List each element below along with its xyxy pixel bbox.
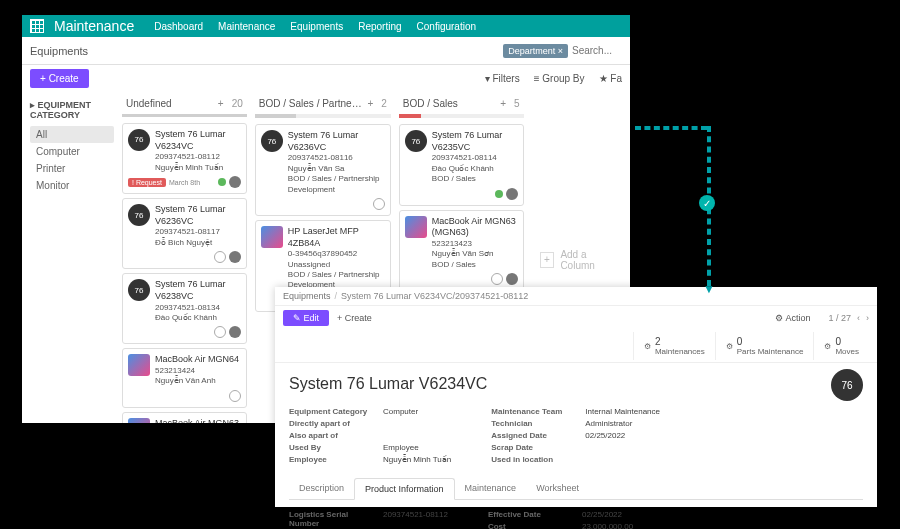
kanban-card[interactable]: MacBook Air MGN64523213424Nguyễn Vân Anh (122, 348, 247, 407)
record-title: System 76 Lumar V6234VC (289, 375, 863, 393)
sidebar-item-printer[interactable]: Printer (30, 160, 114, 177)
kanban-card[interactable]: MacBook Air MGN63 (MGN63)523213423Nguyễn… (399, 210, 524, 292)
priority-icon[interactable] (491, 273, 503, 285)
kanban-card[interactable]: MacBook Air MGN63523213426Lê Văn Tâm (122, 412, 247, 423)
filters-button[interactable]: ▾ Filters (485, 73, 520, 84)
field-label: Cost (488, 522, 568, 529)
arrow-down-icon: ▼ (703, 282, 715, 296)
column-title: BOD / Sales (403, 98, 496, 109)
edit-button[interactable]: ✎ Edit (283, 310, 329, 326)
avatar (506, 188, 518, 200)
field-label: Scrap Date (491, 443, 571, 452)
avatar (229, 176, 241, 188)
stat-button[interactable]: ⚙2Maintenances (633, 332, 715, 360)
stat-button[interactable]: ⚙0Moves (813, 332, 869, 360)
field-value: 02/25/2022 (585, 431, 625, 440)
sidebar-item-monitor[interactable]: Monitor (30, 177, 114, 194)
field-label: Also apart of (289, 431, 369, 440)
column-progress (399, 114, 524, 118)
breadcrumb-root[interactable]: Equipments (283, 291, 331, 301)
status-dot (495, 190, 503, 198)
create-button[interactable]: + Create (30, 69, 89, 88)
kanban-card[interactable]: 76System 76 Lumar V6236VC209374521-08116… (255, 124, 391, 216)
field-label: Used in location (491, 455, 571, 464)
avatar (229, 326, 241, 338)
search-facet[interactable]: Department × (503, 44, 568, 58)
action-button[interactable]: ⚙ Action (775, 313, 810, 323)
column-count: 2 (381, 98, 387, 109)
kanban-card[interactable]: 76System 76 Lumar V6236VC209374521-08117… (122, 198, 247, 269)
field-label: Effective Date (488, 510, 568, 519)
tab-description[interactable]: Description (289, 478, 354, 499)
nav-maintenance[interactable]: Maintenance (218, 21, 275, 32)
favorites-button[interactable]: ★ Fa (599, 73, 622, 84)
kanban-card[interactable]: 76System 76 Lumar V6234VC209374521-08112… (122, 123, 247, 194)
sidebar-item-all[interactable]: All (30, 126, 114, 143)
pager-text: 1 / 27 (828, 313, 851, 323)
field-value: Computer (383, 407, 418, 416)
field-label: Logistics Serial Number (289, 510, 369, 528)
stat-button[interactable]: ⚙0Parts Maintenance (715, 332, 814, 360)
kanban-card[interactable]: 76System 76 Lumar V6235VC209374521-08114… (399, 124, 524, 206)
check-icon: ✓ (699, 195, 715, 211)
add-card-icon[interactable]: + (214, 98, 228, 109)
field-label: Directly apart of (289, 419, 369, 428)
column-title: Undefined (126, 98, 214, 109)
field-value: Internal Maintenance (585, 407, 660, 416)
tab-worksheet[interactable]: Worksheet (526, 478, 589, 499)
field-value: Nguyễn Minh Tuấn (383, 455, 451, 464)
field-value: 209374521-08112 (383, 510, 448, 528)
field-label: Maintenance Team (491, 407, 571, 416)
add-card-icon[interactable]: + (363, 98, 377, 109)
priority-icon[interactable] (373, 198, 385, 210)
breadcrumb-leaf: System 76 Lumar V6234VC/209374521-08112 (341, 291, 528, 301)
field-value: 02/25/2022 (582, 510, 622, 519)
field-value: Administrator (585, 419, 632, 428)
nav-menu: DashboardMaintenanceEquipmentsReportingC… (154, 21, 491, 32)
priority-icon[interactable] (214, 326, 226, 338)
sidebar-item-computer[interactable]: Computer (30, 143, 114, 160)
column-title: BOD / Sales / Partnership Develop... (259, 98, 364, 109)
app-name: Maintenance (54, 18, 134, 34)
kanban-card[interactable]: 76System 76 Lumar V6238VC209374521-08134… (122, 273, 247, 344)
nav-dashboard[interactable]: Dashboard (154, 21, 203, 32)
pager-next[interactable]: › (866, 313, 869, 323)
field-value: 23,000,000.00 (582, 522, 633, 529)
avatar (229, 251, 241, 263)
add-card-icon[interactable]: + (496, 98, 510, 109)
field-label: Technician (491, 419, 571, 428)
equipment-image: 76 (831, 369, 863, 401)
apps-icon[interactable] (30, 19, 44, 33)
field-value: Employee (383, 443, 419, 452)
column-count: 5 (514, 98, 520, 109)
status-dot (218, 178, 226, 186)
column-count: 20 (232, 98, 243, 109)
column-progress (255, 114, 391, 118)
priority-icon[interactable] (214, 251, 226, 263)
field-label: Equipment Category (289, 407, 369, 416)
groupby-button[interactable]: ≡ Group By (534, 73, 585, 84)
avatar (506, 273, 518, 285)
field-label: Employee (289, 455, 369, 464)
page-title: Equipments (30, 45, 88, 57)
sidebar-header: ▸ EQUIPMENT CATEGORY (30, 100, 114, 120)
nav-reporting[interactable]: Reporting (358, 21, 401, 32)
tab-product-information[interactable]: Product Information (354, 478, 455, 500)
tab-maintenance[interactable]: Maintenance (455, 478, 527, 499)
create-button-detail[interactable]: + Create (337, 313, 372, 323)
field-label: Assigned Date (491, 431, 571, 440)
nav-configuration[interactable]: Configuration (417, 21, 476, 32)
field-label: Used By (289, 443, 369, 452)
search-input[interactable] (572, 45, 622, 56)
pager-prev[interactable]: ‹ (857, 313, 860, 323)
priority-icon[interactable] (229, 390, 241, 402)
nav-equipments[interactable]: Equipments (290, 21, 343, 32)
column-progress (122, 114, 247, 117)
